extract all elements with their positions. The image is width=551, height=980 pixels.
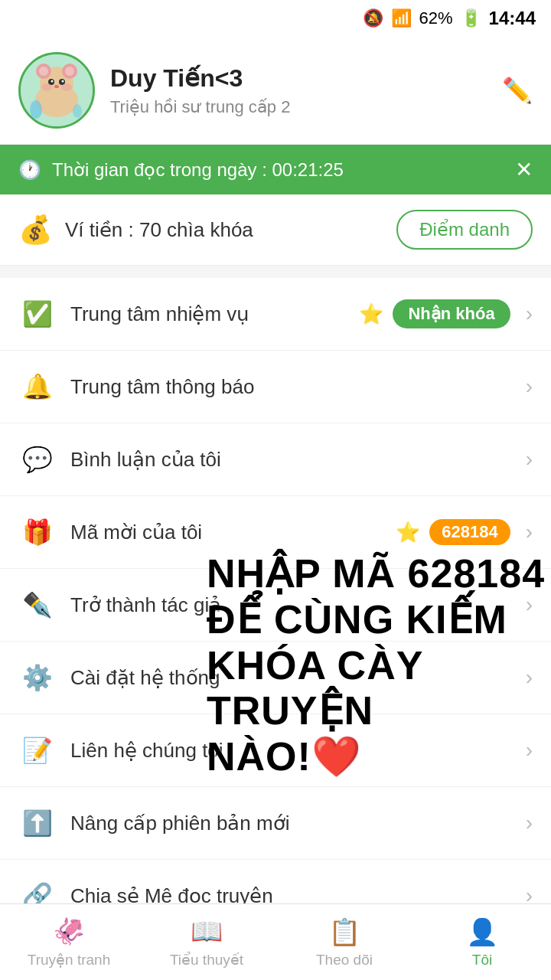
- nav-label-me: Tôi: [472, 952, 492, 969]
- battery-text: 62%: [419, 8, 453, 28]
- wallet-balance: Ví tiền : 70 chìa khóa: [65, 218, 253, 242]
- reading-banner: 🕐 Thời gian đọc trong ngày : 00:21:25 ✕: [0, 145, 551, 194]
- menu-item-upgrade[interactable]: ⬆️Nâng cấp phiên bản mới›: [0, 787, 551, 860]
- svg-point-6: [65, 67, 74, 76]
- svg-point-13: [61, 83, 72, 91]
- menu-item-notification[interactable]: 🔔Trung tâm thông báo›: [0, 351, 551, 423]
- reading-banner-left: 🕐 Thời gian đọc trong ngày : 00:21:25: [18, 159, 344, 181]
- wallet-row: 💰 Ví tiền : 70 chìa khóa Điểm danh: [0, 194, 551, 266]
- menu-right-invite: ⭐628184›: [396, 519, 533, 545]
- novel-icon: 📖: [191, 916, 223, 946]
- menu-label-mission: Trung tâm nhiệm vụ: [70, 302, 359, 326]
- menu-list: ✅Trung tâm nhiệm vụ⭐Nhận khóa›🔔Trung tâm…: [0, 278, 551, 980]
- menu-right-comment: ›: [520, 447, 533, 472]
- menu-label-author: Trở thành tác giả: [70, 593, 520, 617]
- menu-item-author[interactable]: ✒️Trở thành tác giả›: [0, 569, 551, 642]
- menu-item-settings[interactable]: ⚙️Cài đặt hệ thống›: [0, 642, 551, 714]
- chevron-icon-mission: ›: [526, 302, 533, 326]
- menu-label-upgrade: Nâng cấp phiên bản mới: [70, 812, 520, 835]
- chevron-icon-comment: ›: [526, 447, 533, 472]
- menu-item-comment[interactable]: 💬Bình luận của tôi›: [0, 423, 551, 496]
- profile-header: Duy Tiến<3 Triệu hồi sư trung cấp 2 ✏️: [0, 37, 551, 145]
- menu-right-upgrade: ›: [520, 811, 533, 835]
- status-bar: 🔕 📶 62% 🔋 14:44: [0, 0, 551, 37]
- profile-name: Duy Tiến<3: [110, 64, 487, 93]
- svg-point-5: [39, 67, 48, 76]
- avatar-image: [21, 54, 93, 126]
- menu-label-contact: Liên hệ chúng tôi: [70, 739, 520, 763]
- nav-item-follow[interactable]: 📋 Theo dõi: [276, 904, 413, 980]
- menu-label-invite: Mã mời của tôi: [70, 521, 396, 544]
- nav-item-me[interactable]: 👤 Tôi: [413, 904, 551, 980]
- menu-icon-invite: 🎁: [18, 513, 57, 551]
- chevron-icon-invite: ›: [526, 520, 533, 544]
- menu-label-settings: Cài đặt hệ thống: [70, 666, 520, 690]
- nav-label-novel: Tiểu thuyết: [170, 951, 243, 969]
- menu-icon-mission: ✅: [18, 295, 57, 333]
- chevron-icon-author: ›: [526, 593, 533, 617]
- menu-icon-notification: 🔔: [18, 368, 57, 406]
- menu-right-author: ›: [520, 593, 533, 617]
- menu-right-notification: ›: [520, 374, 533, 399]
- wallet-icon: 💰: [18, 214, 53, 246]
- battery-icon: 🔋: [461, 8, 481, 28]
- comic-icon: 🦑: [53, 916, 85, 946]
- star-icon-invite: ⭐: [396, 521, 420, 544]
- svg-point-14: [30, 100, 42, 119]
- nav-item-novel[interactable]: 📖 Tiểu thuyết: [138, 904, 276, 980]
- bottom-nav: 🦑 Truyện tranh 📖 Tiểu thuyết 📋 Theo dõi …: [0, 903, 551, 980]
- status-time: 14:44: [489, 8, 536, 29]
- checkin-button[interactable]: Điểm danh: [396, 210, 533, 250]
- svg-point-15: [73, 104, 82, 118]
- star-icon-mission: ⭐: [359, 302, 383, 326]
- menu-item-mission[interactable]: ✅Trung tâm nhiệm vụ⭐Nhận khóa›: [0, 278, 551, 351]
- menu-right-contact: ›: [520, 738, 533, 763]
- chevron-icon-upgrade: ›: [526, 811, 533, 835]
- avatar[interactable]: [18, 52, 95, 129]
- svg-point-12: [41, 83, 52, 91]
- menu-icon-comment: 💬: [18, 440, 57, 479]
- nav-label-comic: Truyện tranh: [28, 951, 110, 969]
- menu-item-invite[interactable]: 🎁Mã mời của tôi⭐628184›: [0, 496, 551, 569]
- menu-item-contact[interactable]: 📝Liên hệ chúng tôi›: [0, 714, 551, 787]
- edit-profile-icon[interactable]: ✏️: [502, 76, 533, 105]
- reading-banner-close[interactable]: ✕: [515, 157, 533, 182]
- svg-point-11: [54, 85, 59, 88]
- clock-icon: 🕐: [18, 159, 41, 181]
- me-icon: 👤: [466, 916, 498, 947]
- menu-icon-settings: ⚙️: [18, 658, 57, 697]
- menu-label-comment: Bình luận của tôi: [70, 448, 520, 472]
- svg-point-10: [62, 80, 64, 83]
- svg-point-9: [51, 80, 54, 83]
- wifi-icon: 📶: [391, 8, 412, 28]
- mute-icon: 🔕: [363, 8, 383, 28]
- menu-right-settings: ›: [520, 665, 533, 690]
- nav-item-comic[interactable]: 🦑 Truyện tranh: [0, 904, 138, 980]
- chevron-icon-notification: ›: [526, 374, 533, 399]
- follow-icon: 📋: [328, 916, 360, 947]
- menu-icon-author: ✒️: [18, 586, 57, 624]
- profile-info: Duy Tiến<3 Triệu hồi sư trung cấp 2: [110, 64, 487, 117]
- menu-label-notification: Trung tâm thông báo: [70, 375, 520, 399]
- menu-right-mission: ⭐Nhận khóa›: [359, 299, 533, 328]
- chevron-icon-contact: ›: [526, 738, 533, 763]
- menu-icon-contact: 📝: [18, 731, 57, 769]
- reading-time-text: Thời gian đọc trong ngày : 00:21:25: [52, 159, 344, 181]
- nav-label-follow: Theo dõi: [316, 952, 373, 969]
- badge-mission: Nhận khóa: [393, 299, 510, 328]
- badge-invite: 628184: [429, 519, 510, 545]
- chevron-icon-settings: ›: [526, 665, 533, 690]
- profile-level: Triệu hồi sư trung cấp 2: [110, 97, 487, 117]
- menu-icon-upgrade: ⬆️: [18, 804, 57, 842]
- wallet-info: 💰 Ví tiền : 70 chìa khóa: [18, 214, 253, 246]
